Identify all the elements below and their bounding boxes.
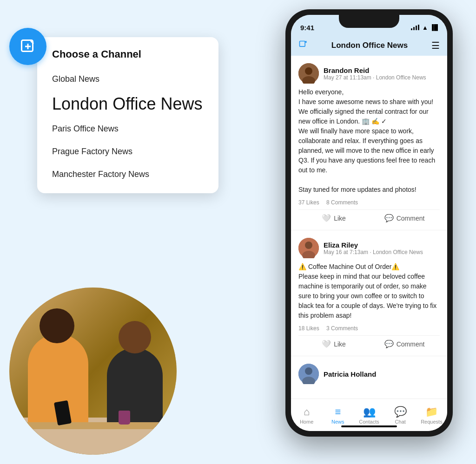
status-icons: ▲ ▐█ <box>411 24 438 31</box>
svg-point-8 <box>305 67 312 75</box>
channel-item-london[interactable]: London Office News <box>37 91 218 118</box>
comment-label-brandon: Comment <box>397 215 425 222</box>
svg-point-14 <box>305 367 312 375</box>
comment-icon: 💬 <box>384 214 394 222</box>
post-meta-eliza: Eliza Riley May 16 at 7:13am · London Of… <box>324 241 423 255</box>
like-label-eliza: Like <box>334 340 346 348</box>
battery-icon: ▐█ <box>430 24 438 31</box>
phone-body: 9:41 ▲ ▐█ <box>285 9 453 437</box>
like-button-brandon[interactable]: 🤍 Like <box>298 214 369 222</box>
comment-icon-eliza: 💬 <box>384 340 394 348</box>
comment-button-eliza[interactable]: 💬 Comment <box>369 340 440 348</box>
nav-item-chat[interactable]: 💬 Chat <box>385 406 416 425</box>
post-meta-patricia: Patricia Holland <box>324 370 376 378</box>
status-time: 9:41 <box>300 24 314 32</box>
nav-item-home[interactable]: ⌂ Home <box>291 406 322 425</box>
post-stats-brandon: 37 Likes 8 Comments <box>298 199 440 206</box>
app-header-title: London Office News <box>331 41 408 50</box>
post-timestamp-eliza: May 16 at 7:13am · London Office News <box>324 249 423 255</box>
svg-rect-4 <box>300 41 305 46</box>
post-body-brandon: Hello everyone, I have some awesome news… <box>298 87 440 195</box>
wifi-icon: ▲ <box>422 24 428 31</box>
signal-icon <box>411 25 419 30</box>
like-button-eliza[interactable]: 🤍 Like <box>298 340 369 348</box>
nav-label-contacts: Contacts <box>359 419 379 425</box>
post-card-eliza: Eliza Riley May 16 at 7:13am · London Of… <box>291 230 447 356</box>
comment-label-eliza: Comment <box>397 340 425 348</box>
post-author-eliza: Eliza Riley <box>324 241 423 249</box>
comments-count-brandon: 8 Comments <box>326 199 358 206</box>
post-actions-eliza: 🤍 Like 💬 Comment <box>298 335 440 348</box>
bottom-nav: ⌂ Home ≡ News 👥 Contacts 💬 Chat 📁 R <box>291 399 447 431</box>
contacts-nav-icon: 👥 <box>363 406 376 418</box>
post-card-patricia: Patricia Holland <box>291 356 447 395</box>
news-nav-icon: ≡ <box>335 406 341 418</box>
post-stats-eliza: 18 Likes 3 Comments <box>298 325 440 332</box>
nav-item-news[interactable]: ≡ News <box>322 406 353 425</box>
heart-icon: 🤍 <box>322 214 331 222</box>
compose-header-icon[interactable] <box>298 40 308 52</box>
app-header: London Office News ☰ <box>291 35 447 56</box>
nav-label-home: Home <box>300 419 313 425</box>
avatar-eliza <box>298 238 319 258</box>
channel-item-paris[interactable]: Paris Office News <box>37 118 218 140</box>
phone-mockup: 9:41 ▲ ▐█ <box>276 9 462 451</box>
nav-label-chat: Chat <box>395 419 406 425</box>
post-author-brandon: Brandon Reid <box>324 66 426 74</box>
channel-item-global[interactable]: Global News <box>37 68 218 91</box>
nav-label-requests: Requests <box>421 419 442 425</box>
nav-item-contacts[interactable]: 👥 Contacts <box>353 406 384 425</box>
feed-area: Brandon Reid May 27 at 11:13am · London … <box>291 56 447 399</box>
phone-screen: 9:41 ▲ ▐█ <box>291 15 447 431</box>
post-card-brandon: Brandon Reid May 27 at 11:13am · London … <box>291 56 447 230</box>
post-header-patricia: Patricia Holland <box>298 364 440 384</box>
like-label-brandon: Like <box>334 215 346 222</box>
avatar-brandon <box>298 63 319 84</box>
avatar-patricia <box>298 364 319 384</box>
heart-icon-eliza: 🤍 <box>322 340 331 348</box>
left-panel: Choose a Channel Global News London Offi… <box>0 0 232 464</box>
channel-item-prague[interactable]: Prague Factory News <box>37 140 218 163</box>
home-nav-icon: ⌂ <box>304 406 310 418</box>
nav-item-requests[interactable]: 📁 Requests <box>416 406 447 425</box>
post-header-eliza: Eliza Riley May 16 at 7:13am · London Of… <box>298 238 440 258</box>
channel-chooser-dropdown: Choose a Channel Global News London Offi… <box>37 37 218 193</box>
channel-chooser-title: Choose a Channel <box>37 48 218 68</box>
menu-icon[interactable]: ☰ <box>431 40 440 51</box>
channel-item-manchester[interactable]: Manchester Factory News <box>37 163 218 186</box>
likes-count-eliza: 18 Likes <box>298 325 319 332</box>
post-timestamp-brandon: May 27 at 11:13am · London Office News <box>324 74 426 81</box>
post-body-eliza: ⚠️ Coffee Machine Out of Order⚠️ Please … <box>298 262 440 320</box>
post-actions-brandon: 🤍 Like 💬 Comment <box>298 209 440 222</box>
post-author-patricia: Patricia Holland <box>324 370 376 378</box>
comments-count-eliza: 3 Comments <box>326 325 358 332</box>
home-indicator <box>341 425 397 427</box>
nav-label-news: News <box>331 419 344 425</box>
chat-nav-icon: 💬 <box>394 406 407 418</box>
compose-circle-button[interactable] <box>9 28 46 65</box>
compose-icon <box>20 38 36 55</box>
requests-nav-icon: 📁 <box>425 406 438 418</box>
post-header-brandon: Brandon Reid May 27 at 11:13am · London … <box>298 63 440 84</box>
phone-notch <box>339 15 399 28</box>
svg-point-11 <box>305 242 312 249</box>
likes-count-brandon: 37 Likes <box>298 199 319 206</box>
comment-button-brandon[interactable]: 💬 Comment <box>369 214 440 222</box>
post-meta-brandon: Brandon Reid May 27 at 11:13am · London … <box>324 66 426 81</box>
circle-photo <box>9 288 177 455</box>
